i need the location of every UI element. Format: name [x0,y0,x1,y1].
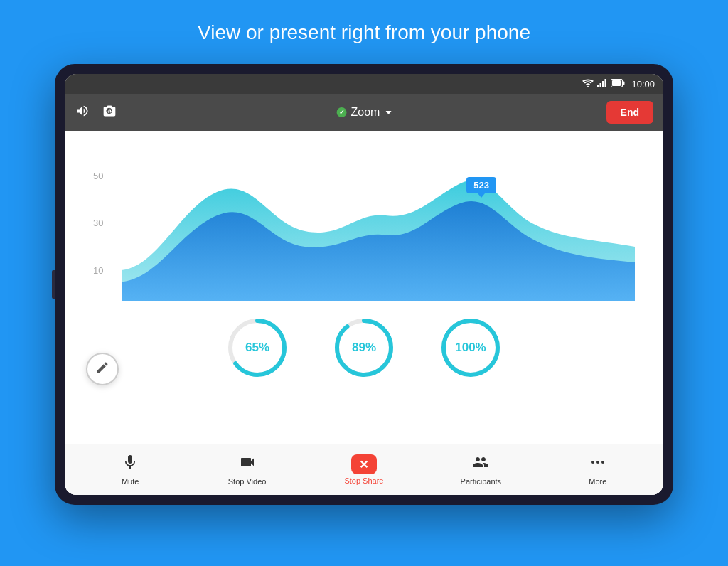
participants-label: Participants [461,477,501,486]
zoom-label: Zoom [351,106,380,119]
mic-icon [122,454,139,475]
signal-icon [597,78,607,90]
chart-y-labels: 50 30 10 [93,145,103,301]
circle-gauge-89: 89% [332,316,396,380]
gauge-2: 89% [332,316,396,380]
svg-rect-6 [623,81,625,85]
top-bar: Zoom End [65,94,663,131]
svg-rect-3 [605,79,607,87]
svg-point-15 [601,461,604,464]
more-icon [589,454,606,475]
stop-share-label: Stop Share [344,476,383,485]
toolbar-participants[interactable]: Participants [452,454,509,486]
bottom-toolbar: Mute Stop Video ✕ Stop Share [65,444,663,495]
tablet-device: 10:00 Z [55,64,673,505]
pencil-icon [95,361,109,378]
top-bar-left [75,104,117,122]
gauge-3-label: 100% [455,341,486,355]
end-button[interactable]: End [606,101,653,124]
page-title: View or present right from your phone [198,21,530,44]
video-icon [239,454,256,475]
status-bar: 10:00 [65,74,663,94]
status-icons: 10:00 [582,78,655,90]
toolbar-more[interactable]: More [569,454,626,486]
wifi-icon [582,78,594,90]
more-label: More [589,477,606,486]
time-display: 10:00 [631,79,655,90]
gauge-2-label: 89% [352,341,376,355]
stop-video-label: Stop Video [228,477,267,486]
mute-label: Mute [122,477,139,486]
tablet-screen: 10:00 Z [65,74,663,495]
y-label-50: 50 [93,171,103,181]
y-label-10: 10 [93,265,103,276]
stop-share-x-icon: ✕ [359,458,368,471]
toolbar-stop-share[interactable]: ✕ Stop Share [336,454,392,485]
camera-flip-icon[interactable] [102,104,117,122]
circle-gauge-65: 65% [225,316,289,380]
circle-gauge-100: 100% [439,316,503,380]
gauge-1: 65% [225,316,289,380]
chart-tooltip: 523 [466,177,496,193]
main-content: 50 30 10 [65,131,663,444]
svg-rect-1 [600,83,602,87]
chart-area: 50 30 10 [93,145,635,301]
people-icon [471,454,490,475]
connection-status-dot [337,107,347,117]
svg-rect-0 [597,85,599,87]
gauge-3: 100% [439,316,503,380]
chevron-down-icon [385,111,391,114]
svg-rect-5 [612,80,621,86]
speaker-icon[interactable] [75,104,90,122]
circles-row: 65% 89% [225,316,503,380]
toolbar-stop-video[interactable]: Stop Video [219,454,276,486]
battery-icon [611,79,625,90]
svg-point-13 [592,461,594,464]
gauge-1-label: 65% [245,341,269,355]
annotate-fab-button[interactable] [86,353,119,385]
chart-svg: 523 [122,145,635,301]
meeting-title[interactable]: Zoom [337,106,392,119]
toolbar-mute[interactable]: Mute [102,454,159,486]
svg-rect-2 [602,81,604,87]
tablet-side-button [52,270,55,299]
y-label-30: 30 [93,218,103,228]
svg-point-14 [596,461,599,464]
stop-share-container: ✕ [351,454,377,474]
